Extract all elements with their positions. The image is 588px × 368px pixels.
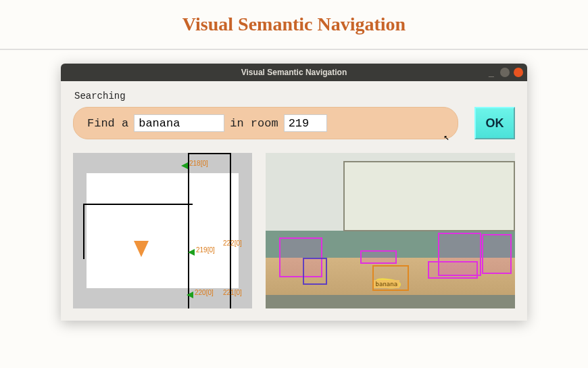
query-middle: in room (230, 117, 278, 130)
floor (266, 295, 515, 308)
views-row: 218[0] 219[0] 222[0] 220[0] 221[0] (73, 153, 515, 308)
room-label: 222[0] (223, 239, 242, 247)
app-window: Visual Semantic Navigation _ Searching F… (61, 64, 527, 321)
content-area: Searching Find a in room ↖ OK 218[0] (61, 81, 527, 321)
robot-marker-icon (134, 241, 149, 257)
cursor-icon: ↖ (444, 131, 449, 143)
map-interior (87, 173, 239, 288)
window-title: Visual Semantic Navigation (61, 68, 527, 77)
room-label: 221[0] (223, 289, 242, 296)
map-panel: 218[0] 219[0] 222[0] 220[0] 221[0] (73, 153, 252, 308)
query-row: Find a in room ↖ OK (73, 107, 515, 139)
window-controls: _ (487, 68, 523, 77)
banana-detection-box: banana (372, 265, 409, 291)
whiteboard (343, 161, 515, 231)
query-prefix: Find a (87, 117, 128, 130)
minimize-icon[interactable]: _ (487, 68, 496, 77)
detection-box (428, 261, 478, 279)
room-label: 218[0] (189, 160, 208, 167)
door-arrow-icon (188, 249, 195, 256)
detection-box (482, 234, 512, 274)
close-icon[interactable] (514, 68, 523, 77)
room-label: 219[0] (196, 246, 215, 254)
maximize-icon[interactable] (500, 68, 510, 77)
ok-button[interactable]: OK (474, 107, 515, 139)
query-pill: Find a in room ↖ (73, 107, 458, 139)
camera-panel: banana (266, 153, 515, 308)
titlebar: Visual Semantic Navigation _ (61, 64, 527, 81)
door-arrow-icon (187, 292, 193, 298)
door-arrow-icon (181, 162, 188, 169)
detection-label: banana (374, 280, 400, 288)
object-input[interactable] (134, 114, 224, 132)
room-label: 220[0] (195, 289, 214, 296)
detection-box (303, 258, 327, 285)
page-title: Visual Semantic Navigation (0, 0, 588, 50)
detection-box (360, 250, 397, 264)
status-label: Searching (73, 88, 515, 107)
room-input[interactable] (284, 114, 327, 132)
